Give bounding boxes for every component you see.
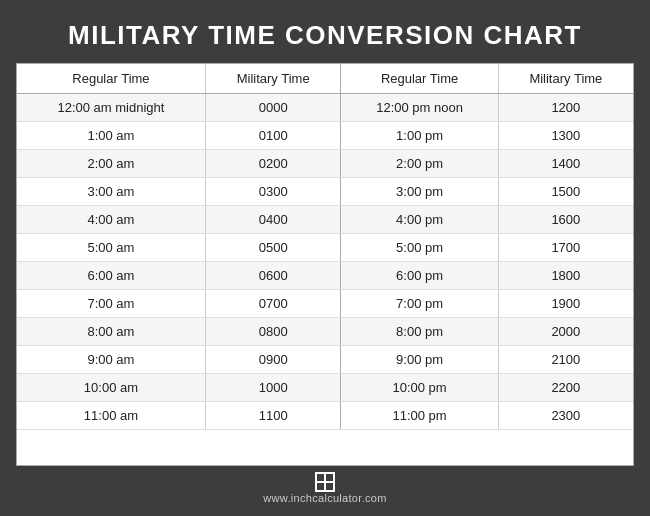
page-wrapper: MILITARY TIME CONVERSION CHART Regular T… (0, 0, 650, 516)
table-row: 7:00 am07007:00 pm1900 (17, 290, 633, 318)
table-cell: 1200 (498, 94, 633, 122)
table-cell: 0700 (205, 290, 341, 318)
table-cell: 1400 (498, 150, 633, 178)
col-header-regular-time-am: Regular Time (17, 64, 205, 94)
conversion-table: Regular Time Military Time Regular Time … (17, 64, 633, 430)
table-cell: 8:00 pm (341, 318, 498, 346)
table-cell: 1:00 am (17, 122, 205, 150)
table-cell: 3:00 pm (341, 178, 498, 206)
table-cell: 3:00 am (17, 178, 205, 206)
table-row: 2:00 am02002:00 pm1400 (17, 150, 633, 178)
table-row: 1:00 am01001:00 pm1300 (17, 122, 633, 150)
table-cell: 1500 (498, 178, 633, 206)
table-cell: 0000 (205, 94, 341, 122)
table-cell: 6:00 pm (341, 262, 498, 290)
col-header-military-time-am: Military Time (205, 64, 341, 94)
table-row: 6:00 am06006:00 pm1800 (17, 262, 633, 290)
table-cell: 10:00 pm (341, 374, 498, 402)
table-cell: 1300 (498, 122, 633, 150)
table-cell: 9:00 am (17, 346, 205, 374)
col-header-military-time-pm: Military Time (498, 64, 633, 94)
table-row: 8:00 am08008:00 pm2000 (17, 318, 633, 346)
table-cell: 5:00 am (17, 234, 205, 262)
table-cell: 11:00 pm (341, 402, 498, 430)
table-cell: 1800 (498, 262, 633, 290)
table-row: 12:00 am midnight000012:00 pm noon1200 (17, 94, 633, 122)
table-row: 4:00 am04004:00 pm1600 (17, 206, 633, 234)
footer-url: www.inchcalculator.com (263, 492, 386, 504)
col-header-regular-time-pm: Regular Time (341, 64, 498, 94)
table-cell: 1900 (498, 290, 633, 318)
table-row: 3:00 am03003:00 pm1500 (17, 178, 633, 206)
table-cell: 2300 (498, 402, 633, 430)
footer: www.inchcalculator.com (16, 466, 634, 506)
table-cell: 11:00 am (17, 402, 205, 430)
table-cell: 5:00 pm (341, 234, 498, 262)
table-cell: 2:00 am (17, 150, 205, 178)
table-cell: 7:00 pm (341, 290, 498, 318)
table-cell: 0400 (205, 206, 341, 234)
table-cell: 1100 (205, 402, 341, 430)
table-cell: 10:00 am (17, 374, 205, 402)
table-cell: 0200 (205, 150, 341, 178)
table-cell: 0600 (205, 262, 341, 290)
table-cell: 2100 (498, 346, 633, 374)
table-cell: 1000 (205, 374, 341, 402)
table-cell: 1700 (498, 234, 633, 262)
table-cell: 4:00 pm (341, 206, 498, 234)
table-row: 5:00 am05005:00 pm1700 (17, 234, 633, 262)
table-cell: 8:00 am (17, 318, 205, 346)
table-cell: 9:00 pm (341, 346, 498, 374)
title-bar: MILITARY TIME CONVERSION CHART (16, 14, 634, 63)
table-cell: 1600 (498, 206, 633, 234)
table-cell: 6:00 am (17, 262, 205, 290)
table-cell: 2:00 pm (341, 150, 498, 178)
table-container: Regular Time Military Time Regular Time … (16, 63, 634, 466)
table-cell: 12:00 am midnight (17, 94, 205, 122)
table-cell: 1:00 pm (341, 122, 498, 150)
table-cell: 2000 (498, 318, 633, 346)
table-cell: 0900 (205, 346, 341, 374)
table-cell: 2200 (498, 374, 633, 402)
table-header-row: Regular Time Military Time Regular Time … (17, 64, 633, 94)
page-title: MILITARY TIME CONVERSION CHART (16, 20, 634, 51)
table-cell: 0100 (205, 122, 341, 150)
table-cell: 0800 (205, 318, 341, 346)
table-cell: 0500 (205, 234, 341, 262)
table-icon (315, 472, 335, 492)
table-cell: 7:00 am (17, 290, 205, 318)
table-cell: 0300 (205, 178, 341, 206)
table-row: 9:00 am09009:00 pm2100 (17, 346, 633, 374)
table-cell: 12:00 pm noon (341, 94, 498, 122)
table-row: 11:00 am110011:00 pm2300 (17, 402, 633, 430)
table-cell: 4:00 am (17, 206, 205, 234)
table-row: 10:00 am100010:00 pm2200 (17, 374, 633, 402)
